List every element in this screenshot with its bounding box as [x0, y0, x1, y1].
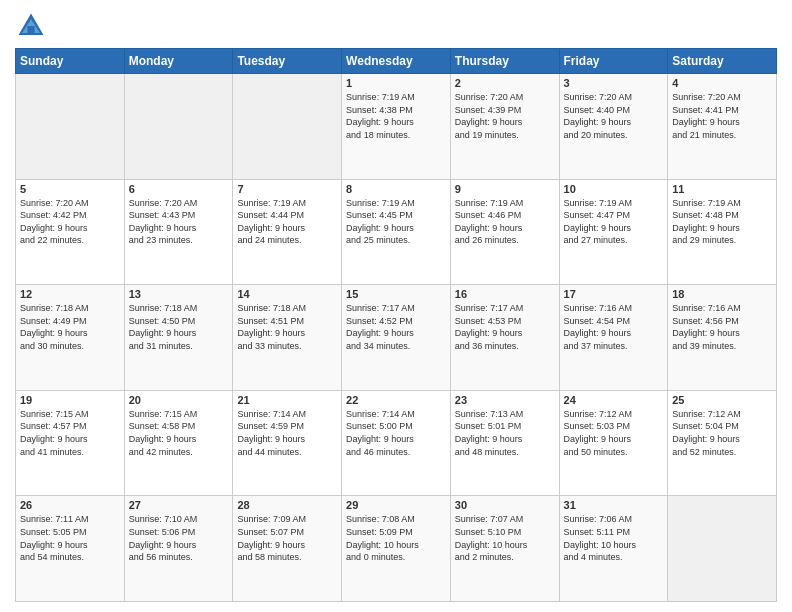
day-info: Sunrise: 7:20 AM Sunset: 4:41 PM Dayligh…	[672, 91, 772, 141]
calendar-cell: 13Sunrise: 7:18 AM Sunset: 4:50 PM Dayli…	[124, 285, 233, 391]
day-number: 5	[20, 183, 120, 195]
day-number: 15	[346, 288, 446, 300]
day-number: 16	[455, 288, 555, 300]
calendar-cell: 11Sunrise: 7:19 AM Sunset: 4:48 PM Dayli…	[668, 179, 777, 285]
calendar-week-row: 1Sunrise: 7:19 AM Sunset: 4:38 PM Daylig…	[16, 74, 777, 180]
day-info: Sunrise: 7:08 AM Sunset: 5:09 PM Dayligh…	[346, 513, 446, 563]
day-number: 4	[672, 77, 772, 89]
calendar-cell: 30Sunrise: 7:07 AM Sunset: 5:10 PM Dayli…	[450, 496, 559, 602]
day-info: Sunrise: 7:18 AM Sunset: 4:49 PM Dayligh…	[20, 302, 120, 352]
calendar-cell: 6Sunrise: 7:20 AM Sunset: 4:43 PM Daylig…	[124, 179, 233, 285]
calendar-cell: 14Sunrise: 7:18 AM Sunset: 4:51 PM Dayli…	[233, 285, 342, 391]
day-info: Sunrise: 7:15 AM Sunset: 4:57 PM Dayligh…	[20, 408, 120, 458]
calendar-cell	[16, 74, 125, 180]
weekday-header: Friday	[559, 49, 668, 74]
day-info: Sunrise: 7:19 AM Sunset: 4:46 PM Dayligh…	[455, 197, 555, 247]
day-info: Sunrise: 7:12 AM Sunset: 5:04 PM Dayligh…	[672, 408, 772, 458]
calendar-week-row: 5Sunrise: 7:20 AM Sunset: 4:42 PM Daylig…	[16, 179, 777, 285]
day-number: 22	[346, 394, 446, 406]
day-info: Sunrise: 7:15 AM Sunset: 4:58 PM Dayligh…	[129, 408, 229, 458]
day-info: Sunrise: 7:20 AM Sunset: 4:39 PM Dayligh…	[455, 91, 555, 141]
calendar-cell: 15Sunrise: 7:17 AM Sunset: 4:52 PM Dayli…	[342, 285, 451, 391]
day-number: 18	[672, 288, 772, 300]
day-info: Sunrise: 7:20 AM Sunset: 4:42 PM Dayligh…	[20, 197, 120, 247]
logo	[15, 10, 51, 42]
day-number: 25	[672, 394, 772, 406]
calendar-cell: 9Sunrise: 7:19 AM Sunset: 4:46 PM Daylig…	[450, 179, 559, 285]
calendar-cell: 2Sunrise: 7:20 AM Sunset: 4:39 PM Daylig…	[450, 74, 559, 180]
day-info: Sunrise: 7:17 AM Sunset: 4:52 PM Dayligh…	[346, 302, 446, 352]
calendar-header-row: SundayMondayTuesdayWednesdayThursdayFrid…	[16, 49, 777, 74]
day-number: 12	[20, 288, 120, 300]
day-info: Sunrise: 7:16 AM Sunset: 4:54 PM Dayligh…	[564, 302, 664, 352]
day-info: Sunrise: 7:06 AM Sunset: 5:11 PM Dayligh…	[564, 513, 664, 563]
day-number: 23	[455, 394, 555, 406]
day-number: 8	[346, 183, 446, 195]
calendar-cell	[668, 496, 777, 602]
day-number: 2	[455, 77, 555, 89]
calendar-week-row: 19Sunrise: 7:15 AM Sunset: 4:57 PM Dayli…	[16, 390, 777, 496]
calendar-cell: 29Sunrise: 7:08 AM Sunset: 5:09 PM Dayli…	[342, 496, 451, 602]
day-info: Sunrise: 7:09 AM Sunset: 5:07 PM Dayligh…	[237, 513, 337, 563]
calendar-cell: 20Sunrise: 7:15 AM Sunset: 4:58 PM Dayli…	[124, 390, 233, 496]
calendar-cell: 19Sunrise: 7:15 AM Sunset: 4:57 PM Dayli…	[16, 390, 125, 496]
weekday-header: Monday	[124, 49, 233, 74]
day-number: 6	[129, 183, 229, 195]
day-number: 26	[20, 499, 120, 511]
weekday-header: Saturday	[668, 49, 777, 74]
day-number: 1	[346, 77, 446, 89]
logo-icon	[15, 10, 47, 42]
day-info: Sunrise: 7:19 AM Sunset: 4:45 PM Dayligh…	[346, 197, 446, 247]
calendar-week-row: 26Sunrise: 7:11 AM Sunset: 5:05 PM Dayli…	[16, 496, 777, 602]
calendar-cell: 21Sunrise: 7:14 AM Sunset: 4:59 PM Dayli…	[233, 390, 342, 496]
calendar-cell: 18Sunrise: 7:16 AM Sunset: 4:56 PM Dayli…	[668, 285, 777, 391]
day-info: Sunrise: 7:13 AM Sunset: 5:01 PM Dayligh…	[455, 408, 555, 458]
day-number: 13	[129, 288, 229, 300]
day-info: Sunrise: 7:19 AM Sunset: 4:47 PM Dayligh…	[564, 197, 664, 247]
day-info: Sunrise: 7:14 AM Sunset: 5:00 PM Dayligh…	[346, 408, 446, 458]
calendar-table: SundayMondayTuesdayWednesdayThursdayFrid…	[15, 48, 777, 602]
day-number: 19	[20, 394, 120, 406]
calendar-week-row: 12Sunrise: 7:18 AM Sunset: 4:49 PM Dayli…	[16, 285, 777, 391]
day-info: Sunrise: 7:20 AM Sunset: 4:40 PM Dayligh…	[564, 91, 664, 141]
calendar-cell: 1Sunrise: 7:19 AM Sunset: 4:38 PM Daylig…	[342, 74, 451, 180]
calendar-cell: 28Sunrise: 7:09 AM Sunset: 5:07 PM Dayli…	[233, 496, 342, 602]
day-number: 10	[564, 183, 664, 195]
day-number: 7	[237, 183, 337, 195]
calendar-cell	[233, 74, 342, 180]
day-info: Sunrise: 7:17 AM Sunset: 4:53 PM Dayligh…	[455, 302, 555, 352]
day-number: 3	[564, 77, 664, 89]
weekday-header: Tuesday	[233, 49, 342, 74]
day-info: Sunrise: 7:19 AM Sunset: 4:44 PM Dayligh…	[237, 197, 337, 247]
day-number: 28	[237, 499, 337, 511]
weekday-header: Sunday	[16, 49, 125, 74]
day-number: 14	[237, 288, 337, 300]
page: SundayMondayTuesdayWednesdayThursdayFrid…	[0, 0, 792, 612]
day-info: Sunrise: 7:18 AM Sunset: 4:50 PM Dayligh…	[129, 302, 229, 352]
day-info: Sunrise: 7:20 AM Sunset: 4:43 PM Dayligh…	[129, 197, 229, 247]
day-info: Sunrise: 7:16 AM Sunset: 4:56 PM Dayligh…	[672, 302, 772, 352]
day-number: 21	[237, 394, 337, 406]
day-info: Sunrise: 7:10 AM Sunset: 5:06 PM Dayligh…	[129, 513, 229, 563]
day-number: 30	[455, 499, 555, 511]
calendar-cell: 17Sunrise: 7:16 AM Sunset: 4:54 PM Dayli…	[559, 285, 668, 391]
calendar-cell: 10Sunrise: 7:19 AM Sunset: 4:47 PM Dayli…	[559, 179, 668, 285]
calendar-cell: 27Sunrise: 7:10 AM Sunset: 5:06 PM Dayli…	[124, 496, 233, 602]
day-info: Sunrise: 7:19 AM Sunset: 4:38 PM Dayligh…	[346, 91, 446, 141]
calendar-cell: 24Sunrise: 7:12 AM Sunset: 5:03 PM Dayli…	[559, 390, 668, 496]
weekday-header: Thursday	[450, 49, 559, 74]
calendar-cell: 4Sunrise: 7:20 AM Sunset: 4:41 PM Daylig…	[668, 74, 777, 180]
calendar-cell: 5Sunrise: 7:20 AM Sunset: 4:42 PM Daylig…	[16, 179, 125, 285]
calendar-cell: 8Sunrise: 7:19 AM Sunset: 4:45 PM Daylig…	[342, 179, 451, 285]
day-info: Sunrise: 7:18 AM Sunset: 4:51 PM Dayligh…	[237, 302, 337, 352]
calendar-cell: 16Sunrise: 7:17 AM Sunset: 4:53 PM Dayli…	[450, 285, 559, 391]
calendar-cell: 31Sunrise: 7:06 AM Sunset: 5:11 PM Dayli…	[559, 496, 668, 602]
day-info: Sunrise: 7:14 AM Sunset: 4:59 PM Dayligh…	[237, 408, 337, 458]
day-number: 9	[455, 183, 555, 195]
calendar-cell: 25Sunrise: 7:12 AM Sunset: 5:04 PM Dayli…	[668, 390, 777, 496]
day-number: 27	[129, 499, 229, 511]
day-number: 29	[346, 499, 446, 511]
svg-rect-2	[27, 26, 34, 33]
day-number: 11	[672, 183, 772, 195]
calendar-cell: 12Sunrise: 7:18 AM Sunset: 4:49 PM Dayli…	[16, 285, 125, 391]
